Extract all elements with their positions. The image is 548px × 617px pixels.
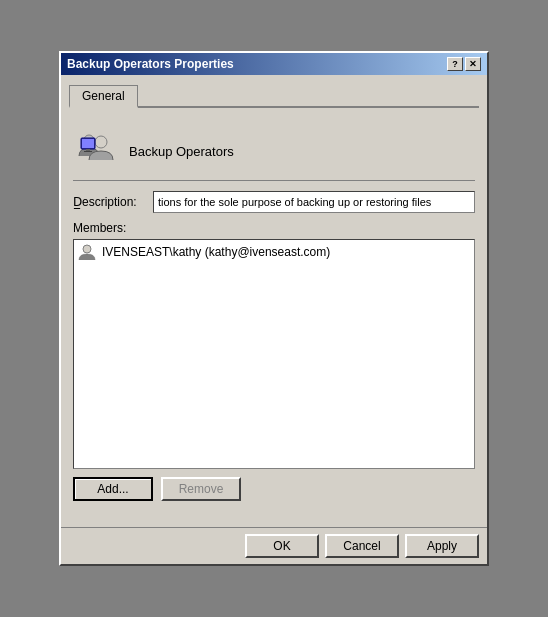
title-bar-buttons: ? ✕	[447, 57, 481, 71]
cancel-button[interactable]: Cancel	[325, 534, 399, 558]
members-list[interactable]: IVENSEAST\kathy (kathy@ivenseast.com)	[73, 239, 475, 469]
member-icon	[78, 243, 96, 261]
title-bar: Backup Operators Properties ? ✕	[61, 53, 487, 75]
description-input[interactable]	[153, 191, 475, 213]
members-label: Members:	[73, 221, 475, 235]
svg-rect-4	[86, 149, 90, 151]
add-button[interactable]: Add...	[73, 477, 153, 501]
apply-button[interactable]: Apply	[405, 534, 479, 558]
description-label: D̲escription:	[73, 195, 153, 209]
description-row: D̲escription:	[73, 191, 475, 213]
svg-point-6	[83, 245, 91, 253]
window-content: General	[61, 75, 487, 527]
svg-point-1	[95, 136, 107, 148]
tab-content: Backup Operators D̲escription: Members: …	[69, 118, 479, 519]
svg-rect-3	[82, 139, 94, 148]
group-header: Backup Operators	[73, 124, 475, 181]
ok-button[interactable]: OK	[245, 534, 319, 558]
remove-button[interactable]: Remove	[161, 477, 241, 501]
help-button[interactable]: ?	[447, 57, 463, 71]
action-buttons: Add... Remove	[73, 477, 475, 501]
group-name: Backup Operators	[129, 144, 234, 159]
window-title: Backup Operators Properties	[67, 57, 234, 71]
svg-rect-5	[84, 151, 92, 152]
member-item: IVENSEAST\kathy (kathy@ivenseast.com)	[76, 242, 472, 262]
group-icon	[77, 132, 119, 170]
bottom-bar: OK Cancel Apply	[61, 527, 487, 564]
close-button[interactable]: ✕	[465, 57, 481, 71]
properties-window: Backup Operators Properties ? ✕ General	[59, 51, 489, 566]
tab-bar: General	[69, 83, 479, 108]
group-icon-svg	[77, 132, 119, 170]
members-section: Members: IVENSEAST\kathy (kathy@ivenseas…	[73, 221, 475, 469]
member-name: IVENSEAST\kathy (kathy@ivenseast.com)	[102, 245, 330, 259]
tab-general[interactable]: General	[69, 85, 138, 108]
